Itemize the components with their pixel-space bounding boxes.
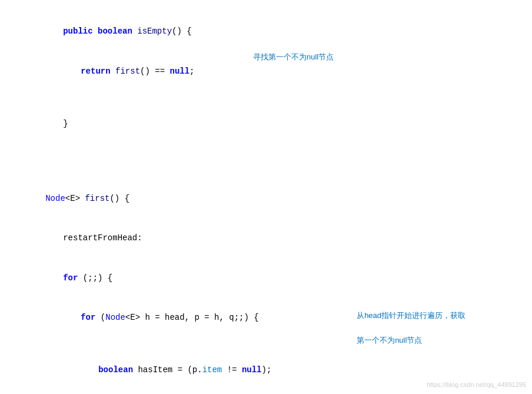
line-9: if (hasItem || (q = p.next) == null) {	[6, 390, 526, 394]
comment-1: 寻找第一个不为null节点	[253, 51, 334, 64]
watermark: https://blog.csdn.net/qq_44891295	[427, 381, 526, 388]
line-5: restartFromHead:	[6, 218, 526, 258]
line-6: for (;;) {	[6, 258, 526, 297]
code-container: public boolean isEmpty() { return first(…	[0, 0, 532, 394]
line-3: }	[6, 104, 526, 144]
section-isempty: public boolean isEmpty() { return first(…	[6, 12, 526, 144]
comment-2: 从head指针开始进行遍历，获取 第一个不为null节点	[335, 297, 466, 359]
section-first: Node<E> first() { restartFromHead: for (…	[6, 179, 526, 394]
line-7: for (Node<E> h = head, p = h, q;;) { 从he…	[6, 297, 526, 350]
line-2: return first() == null; 寻找第一个不为null节点	[6, 51, 526, 104]
line-1: public boolean isEmpty() {	[6, 12, 526, 51]
line-4: Node<E> first() {	[6, 179, 526, 218]
code-block: public boolean isEmpty() { return first(…	[6, 12, 526, 394]
